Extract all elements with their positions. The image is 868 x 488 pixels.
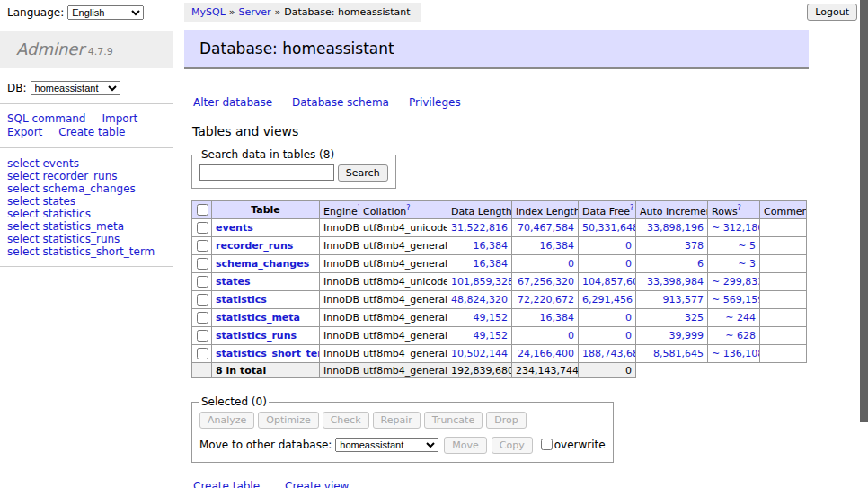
table-name-link[interactable]: statistics_short_term (216, 348, 320, 359)
analyze-button[interactable]: Analyze (199, 412, 254, 429)
optimize-button[interactable]: Optimize (258, 412, 318, 429)
drop-button[interactable]: Drop (486, 412, 526, 429)
sql-command-link[interactable]: SQL command (7, 112, 85, 125)
data-length-link[interactable]: 16,384 (474, 258, 509, 270)
rows-link[interactable]: ~ 299,833 (712, 276, 760, 288)
repair-button[interactable]: Repair (373, 412, 421, 429)
row-checkbox[interactable] (197, 258, 208, 270)
data-length-link[interactable]: 49,152 (474, 312, 509, 324)
index-length-link[interactable]: 16,384 (540, 240, 575, 252)
index-length-link[interactable]: 72,220,672 (518, 294, 574, 306)
import-link[interactable]: Import (102, 112, 137, 125)
alter-database-link[interactable]: Alter database (193, 96, 272, 109)
auto-increment-link[interactable]: 325 (685, 312, 704, 324)
check-button[interactable]: Check (323, 412, 369, 429)
auto-increment-link[interactable]: 913,577 (663, 294, 704, 306)
auto-increment-link[interactable]: 378 (685, 240, 704, 252)
move-button[interactable]: Move (444, 437, 487, 454)
data-free-link[interactable]: 0 (625, 240, 632, 252)
auto-increment-link[interactable]: 33,898,196 (647, 222, 704, 234)
language-select[interactable]: English (67, 5, 144, 20)
db-select[interactable]: homeassistant (31, 81, 120, 95)
row-checkbox[interactable] (197, 312, 208, 324)
sidebar-select-link[interactable]: select statistics_meta (7, 220, 173, 233)
rows-link[interactable]: ~ 312,180 (712, 222, 760, 234)
scrollbar-thumb[interactable] (860, 0, 868, 422)
index-length-link[interactable]: 16,384 (540, 312, 575, 324)
data-length-link[interactable]: 31,522,816 (451, 222, 508, 234)
row-checkbox[interactable] (197, 294, 208, 306)
row-checkbox[interactable] (197, 222, 208, 234)
database-schema-link[interactable]: Database schema (292, 96, 389, 109)
index-length-link[interactable]: 24,166,400 (518, 348, 574, 359)
index-length-link[interactable]: 67,256,320 (518, 276, 574, 288)
auto-increment-link[interactable]: 39,999 (669, 330, 704, 342)
table-name-link[interactable]: statistics_runs (216, 330, 297, 342)
breadcrumb-mysql-link[interactable]: MySQL (191, 6, 226, 18)
table-name-link[interactable]: statistics (216, 294, 267, 306)
rows-link[interactable]: ~ 136,108 (712, 348, 760, 359)
table-name-link[interactable]: schema_changes (216, 258, 309, 270)
data-free-link[interactable]: 104,857,600 (582, 276, 636, 288)
create-view-link[interactable]: Create view (285, 480, 349, 488)
move-database-select[interactable]: homeassistant (335, 438, 438, 452)
sidebar-select-link[interactable]: select statistics (7, 208, 173, 220)
copy-button[interactable]: Copy (492, 437, 533, 454)
column-help-icon[interactable]: ? (738, 204, 741, 212)
create-table-link[interactable]: Create table (193, 480, 260, 488)
auto-increment-link[interactable]: 33,398,984 (647, 276, 704, 288)
sidebar-select-link[interactable]: select statistics_short_term (7, 245, 173, 258)
index-length-link[interactable]: 0 (568, 258, 574, 270)
truncate-button[interactable]: Truncate (424, 412, 483, 429)
column-help-link[interactable]: ? (630, 204, 633, 212)
rows-link[interactable]: ~ 3 (738, 258, 756, 270)
column-help-link[interactable]: ? (738, 204, 741, 212)
column-help-icon[interactable]: ? (406, 204, 410, 212)
rows-link[interactable]: ~ 628 (725, 330, 756, 342)
data-length-link[interactable]: 10,502,144 (451, 348, 508, 359)
rows-link[interactable]: ~ 5 (738, 240, 756, 252)
privileges-link[interactable]: Privileges (409, 96, 461, 109)
sidebar-select-link[interactable]: select events (7, 157, 173, 170)
search-input[interactable] (199, 164, 334, 181)
sidebar-select-link[interactable]: select statistics_runs (7, 233, 173, 245)
sidebar-select-link[interactable]: select recorder_runs (7, 170, 173, 182)
vertical-scrollbar[interactable] (859, 0, 868, 488)
rows-link[interactable]: ~ 569,159 (712, 294, 760, 306)
data-free-link[interactable]: 50,331,648 (582, 222, 636, 234)
data-free-link[interactable]: 188,743,680 (582, 348, 636, 359)
search-button[interactable]: Search (338, 164, 388, 182)
index-length-link[interactable]: 70,467,584 (518, 222, 574, 234)
table-name-link[interactable]: recorder_runs (216, 240, 293, 252)
data-free-link[interactable]: 0 (625, 330, 632, 342)
sidebar-select-link[interactable]: select schema_changes (7, 182, 173, 195)
select-all-checkbox[interactable] (197, 204, 208, 216)
data-free-link[interactable]: 0 (625, 258, 632, 270)
row-checkbox[interactable] (197, 240, 208, 252)
table-name-link[interactable]: statistics_meta (216, 312, 300, 324)
sidebar-select-link[interactable]: select states (7, 195, 173, 208)
row-checkbox[interactable] (197, 330, 208, 342)
table-name-link[interactable]: events (216, 222, 253, 234)
row-checkbox[interactable] (197, 348, 208, 359)
data-length-link[interactable]: 48,824,320 (451, 294, 508, 306)
logout-button[interactable]: Logout (807, 4, 857, 21)
data-free-link[interactable]: 0 (625, 312, 632, 324)
auto-increment-link[interactable]: 8,581,645 (653, 348, 704, 359)
auto-increment-link[interactable]: 6 (697, 258, 704, 270)
export-link[interactable]: Export (7, 126, 42, 138)
table-name-link[interactable]: states (216, 276, 251, 288)
data-length-link[interactable]: 49,152 (474, 330, 509, 342)
data-free-link[interactable]: 6,291,456 (582, 294, 633, 306)
column-help-icon[interactable]: ? (630, 204, 633, 212)
rows-link[interactable]: ~ 244 (725, 312, 756, 324)
data-length-link[interactable]: 101,859,328 (451, 276, 512, 288)
column-help-link[interactable]: ? (406, 204, 410, 212)
search-legend: Search data in tables (8) (199, 148, 336, 161)
breadcrumb-server-link[interactable]: Server (239, 6, 271, 18)
index-length-link[interactable]: 0 (568, 330, 574, 342)
overwrite-checkbox[interactable] (541, 439, 553, 450)
create-table-link-sidebar[interactable]: Create table (58, 126, 125, 138)
data-length-link[interactable]: 16,384 (474, 240, 509, 252)
row-checkbox[interactable] (197, 276, 208, 288)
